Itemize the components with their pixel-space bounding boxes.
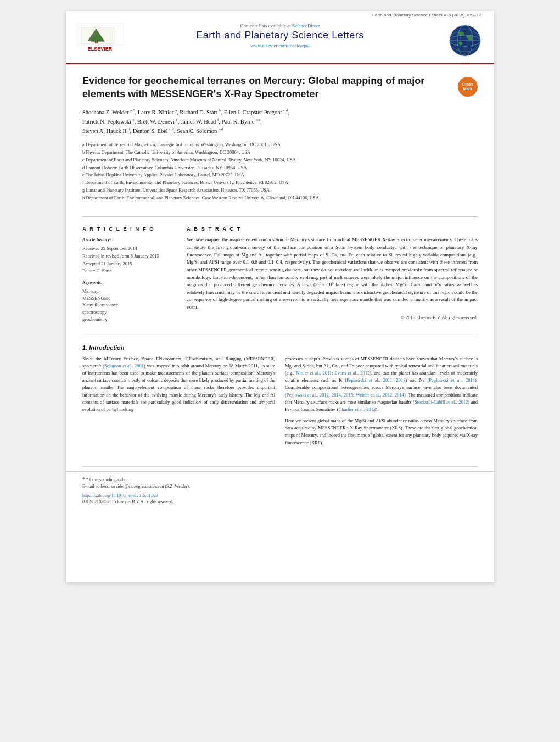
journal-title: Earth and Planetary Science Letters (132, 30, 428, 41)
sciencedirect-link[interactable]: ScienceDirect (292, 23, 320, 29)
accepted-date: Accepted 21 January 2015 (82, 260, 176, 267)
section1-header: 1. Introduction (82, 344, 478, 351)
crossmark-badge: Cross Mark (458, 77, 478, 97)
corresponding-author-note: * * Corresponding author. (82, 475, 478, 483)
affiliation-g: g Lunar and Planetary Institute, Univers… (82, 187, 478, 194)
journal-logo: EARTH (434, 23, 483, 59)
affiliation-d: d Lamont-Doherty Earth Observatory, Colu… (82, 164, 478, 171)
footnotes: * * Corresponding author. E-mail address… (66, 471, 494, 492)
journal-url: www.elsevier.com/locate/epsl (132, 43, 428, 48)
elsevier-logo: ELSEVIER (77, 23, 126, 55)
sciencedirect-line: Contents lists available at ScienceDirec… (132, 23, 428, 29)
ref-solomon-2001: Solomon et al., 2001 (104, 363, 144, 369)
authors-line: Shoshana Z. Weider a,*, Larry R. Nittler… (82, 108, 478, 136)
abstract-divider (82, 334, 478, 334)
svg-text:EARTH: EARTH (461, 52, 470, 55)
svg-text:ELSEVIER: ELSEVIER (88, 46, 113, 52)
journal-header: ELSEVIER Contents lists available at Sci… (66, 18, 494, 64)
keyword-spectroscopy: spectroscopy (82, 309, 176, 316)
page: Earth and Planetary Science Letters 416 … (66, 11, 494, 582)
email-note: E-mail address: sweider@carnegiescience.… (82, 483, 478, 490)
info-abstract-section: A R T I C L E I N F O Article history: R… (66, 221, 494, 329)
abstract-label: A B S T R A C T (187, 226, 478, 232)
article-title: Evidence for geochemical terranes on Mer… (82, 74, 478, 101)
keyword-geochemistry: geochemistry (82, 316, 176, 323)
header-divider (82, 216, 478, 217)
section1-col2-text2: Here we present global maps of the Mg/Si… (285, 417, 478, 447)
article-header: Cross Mark Evidence for geochemical terr… (66, 64, 494, 212)
section1-col2-text1: processes at depth. Previous studies of … (285, 355, 478, 413)
section1-col1-text: Since the MErcury Surface, Space ENviron… (82, 355, 275, 413)
section1-col1: Since the MErcury Surface, Space ENviron… (82, 355, 275, 451)
article-info-label: A R T I C L E I N F O (82, 226, 176, 232)
keywords-label: Keywords: (82, 279, 176, 286)
affiliation-b: b Physics Department, The Catholic Unive… (82, 149, 478, 156)
keyword-mercury: Mercury (82, 288, 176, 295)
history-label: Article history: (82, 236, 176, 243)
received-date: Received 29 September 2014 (82, 245, 176, 252)
affiliation-c: c Department of Earth and Planetary Scie… (82, 157, 478, 164)
article-history: Article history: Received 29 September 2… (82, 236, 176, 275)
affiliations-block: a Department of Terrestrial Magnetism, C… (82, 141, 478, 201)
keyword-xrf: X-ray fluorescence (82, 302, 176, 309)
keywords-block: Keywords: Mercury MESSENGER X-ray fluore… (82, 279, 176, 323)
affiliation-h: h Department of Earth, Environmental, an… (82, 194, 478, 202)
received-revised-date: Received in revised form 5 January 2015 (82, 253, 176, 260)
section1-col2: processes at depth. Previous studies of … (285, 355, 478, 451)
abstract-column: A B S T R A C T We have mapped the major… (187, 226, 478, 322)
body-content: 1. Introduction Since the MErcury Surfac… (66, 339, 494, 462)
svg-rect-4 (95, 41, 98, 43)
journal-citation: Earth and Planetary Science Letters 416 … (66, 11, 494, 18)
footnote-star: * (82, 476, 85, 482)
section1-columns: Since the MErcury Surface, Space ENviron… (82, 355, 478, 451)
author-sean: Sean (177, 128, 188, 134)
abstract-text: We have mapped the major-element composi… (187, 236, 478, 311)
copyright-line: 0012-821X/© 2015 Elsevier B.V. All right… (66, 499, 494, 507)
affiliation-e: e The Johns Hopkins University Applied P… (82, 171, 478, 178)
article-info-column: A R T I C L E I N F O Article history: R… (82, 226, 176, 322)
affiliation-f: f Department of Earth, Environmental and… (82, 179, 478, 186)
footer-divider (82, 466, 478, 467)
editor: Editor: C. Sotin (82, 267, 176, 275)
keyword-messenger: MESSENGER (82, 295, 176, 302)
doi-line: http://dx.doi.org/10.1016/j.epsl.2015.01… (66, 492, 494, 499)
affiliation-a: a Department of Terrestrial Magnetism, C… (82, 141, 478, 148)
journal-info: Contents lists available at ScienceDirec… (126, 23, 434, 48)
abstract-copyright: © 2015 Elsevier B.V. All rights reserved… (187, 315, 478, 320)
